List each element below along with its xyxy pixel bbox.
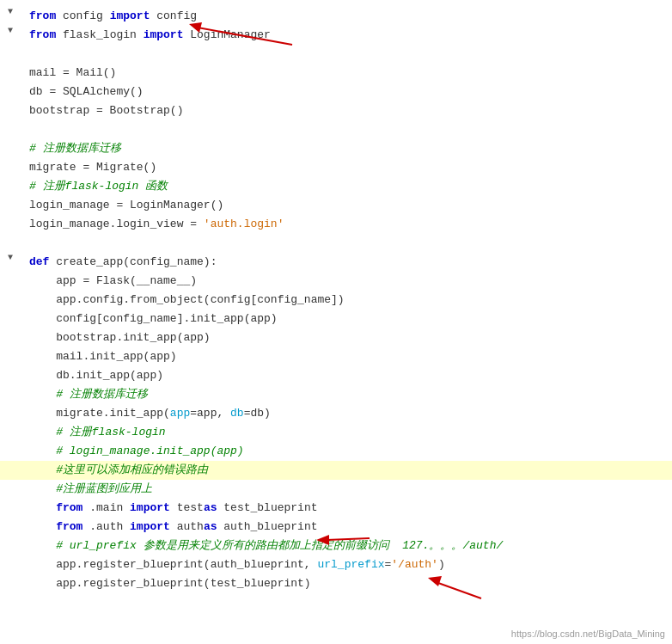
- watermark: https://blog.csdn.net/BigData_Mining: [511, 629, 665, 639]
- code-line-10: # 注册flask-login 函数: [0, 177, 672, 196]
- code-line-5: db = SQLAlchemy(): [0, 83, 672, 101]
- line-content-23: # 注册flask-login: [24, 423, 672, 442]
- line-content-5: db = SQLAlchemy(): [24, 83, 672, 101]
- line-content-14: def create_app(config_name):: [24, 253, 672, 272]
- line-content-13: [24, 234, 672, 253]
- code-line-20: db.init_app(app): [0, 366, 672, 385]
- code-line-1: ▼from config import config: [0, 7, 672, 26]
- line-content-25: #这里可以添加相应的错误路由: [24, 461, 672, 480]
- code-line-2: ▼from flask_login import LoginManager: [0, 26, 672, 45]
- line-content-10: # 注册flask-login 函数: [24, 177, 672, 196]
- code-line-22: migrate.init_app(app=app, db=db): [0, 404, 672, 423]
- line-content-15: app = Flask(__name__): [24, 272, 672, 291]
- line-content-4: mail = Mail(): [24, 64, 672, 83]
- line-content-21: # 注册数据库迁移: [24, 385, 672, 404]
- code-line-31: app.register_blueprint(test_blueprint): [0, 574, 672, 593]
- line-content-2: from flask_login import LoginManager: [24, 26, 672, 45]
- code-line-13: [0, 234, 672, 253]
- code-line-19: mail.init_app(app): [0, 347, 672, 366]
- code-line-4: mail = Mail(): [0, 64, 672, 83]
- line-content-17: config[config_name].init_app(app): [24, 310, 672, 328]
- code-lines: ▼from config import config▼from flask_lo…: [0, 7, 672, 593]
- code-line-3: [0, 45, 672, 64]
- collapse-arrow-2[interactable]: ▼: [8, 26, 13, 35]
- line-content-16: app.config.from_object(config[config_nam…: [24, 291, 672, 310]
- code-line-29: # url_prefix 参数是用来定义所有的路由都加上指定的前缀访问 127.…: [0, 537, 672, 555]
- code-line-15: app = Flask(__name__): [0, 272, 672, 291]
- line-content-18: bootstrap.init_app(app): [24, 328, 672, 347]
- line-content-6: bootstrap = Bootstrap(): [24, 101, 672, 120]
- line-content-24: # login_manage.init_app(app): [24, 442, 672, 461]
- line-content-1: from config import config: [24, 7, 672, 26]
- line-gutter-2: ▼: [0, 26, 24, 35]
- code-container: ▼from config import config▼from flask_lo…: [0, 0, 672, 644]
- line-content-11: login_manage = LoginManager(): [24, 196, 672, 215]
- line-content-12: login_manage.login_view = 'auth.login': [24, 215, 672, 234]
- line-gutter-14: ▼: [0, 253, 24, 262]
- line-content-3: [24, 45, 672, 64]
- code-line-8: # 注册数据库迁移: [0, 139, 672, 158]
- code-line-28: from .auth import authas auth_blueprint: [0, 518, 672, 537]
- line-content-20: db.init_app(app): [24, 366, 672, 385]
- code-line-26: #注册蓝图到应用上: [0, 480, 672, 499]
- collapse-arrow-14[interactable]: ▼: [8, 253, 13, 262]
- line-content-22: migrate.init_app(app=app, db=db): [24, 404, 672, 423]
- code-line-17: config[config_name].init_app(app): [0, 310, 672, 328]
- line-content-31: app.register_blueprint(test_blueprint): [24, 574, 672, 593]
- code-line-21: # 注册数据库迁移: [0, 385, 672, 404]
- line-content-28: from .auth import authas auth_blueprint: [24, 518, 672, 537]
- line-content-30: app.register_blueprint(auth_blueprint, u…: [24, 555, 672, 574]
- code-line-18: bootstrap.init_app(app): [0, 328, 672, 347]
- code-line-30: app.register_blueprint(auth_blueprint, u…: [0, 555, 672, 574]
- code-line-6: bootstrap = Bootstrap(): [0, 101, 672, 120]
- code-line-27: from .main import testas test_blueprint: [0, 499, 672, 518]
- code-line-12: login_manage.login_view = 'auth.login': [0, 215, 672, 234]
- line-content-26: #注册蓝图到应用上: [24, 480, 672, 499]
- code-line-25: #这里可以添加相应的错误路由: [0, 461, 672, 480]
- code-line-9: migrate = Migrate(): [0, 158, 672, 177]
- line-gutter-1: ▼: [0, 7, 24, 16]
- line-content-29: # url_prefix 参数是用来定义所有的路由都加上指定的前缀访问 127.…: [24, 537, 672, 555]
- code-line-14: ▼def create_app(config_name):: [0, 253, 672, 272]
- collapse-arrow-1[interactable]: ▼: [8, 7, 13, 16]
- line-content-27: from .main import testas test_blueprint: [24, 499, 672, 518]
- line-content-7: [24, 120, 672, 139]
- code-line-23: # 注册flask-login: [0, 423, 672, 442]
- line-content-19: mail.init_app(app): [24, 347, 672, 366]
- code-line-24: # login_manage.init_app(app): [0, 442, 672, 461]
- code-line-11: login_manage = LoginManager(): [0, 196, 672, 215]
- line-content-9: migrate = Migrate(): [24, 158, 672, 177]
- code-line-16: app.config.from_object(config[config_nam…: [0, 291, 672, 310]
- code-line-7: [0, 120, 672, 139]
- line-content-8: # 注册数据库迁移: [24, 139, 672, 158]
